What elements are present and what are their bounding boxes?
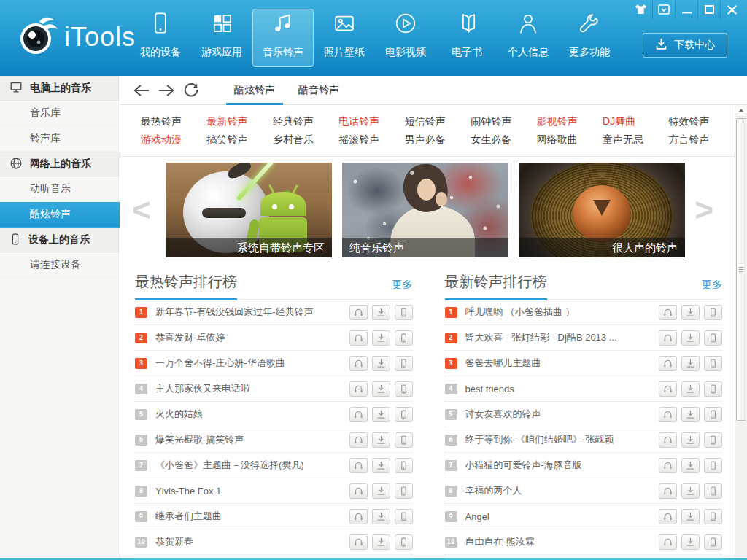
- listen-button[interactable]: [349, 305, 368, 320]
- forward-icon[interactable]: [154, 79, 179, 102]
- tab-cool-ringtones[interactable]: 酷炫铃声: [222, 76, 287, 105]
- category-link[interactable]: 方言铃声: [669, 133, 735, 147]
- sidebar-item-cool-ringtones[interactable]: 酷炫铃声: [0, 202, 120, 228]
- nav-ebook[interactable]: 电子书: [436, 9, 498, 67]
- download-button[interactable]: [681, 407, 700, 422]
- listen-button[interactable]: [659, 509, 677, 524]
- download-button[interactable]: [372, 381, 390, 397]
- download-button[interactable]: [372, 509, 390, 524]
- nav-more-features[interactable]: 更多功能: [559, 9, 620, 67]
- download-button[interactable]: [372, 330, 390, 346]
- minimize-icon[interactable]: [675, 0, 697, 19]
- listen-button[interactable]: [659, 407, 677, 422]
- listen-button[interactable]: [659, 458, 677, 473]
- import-to-device-button[interactable]: [395, 483, 413, 499]
- nav-photo-wallpaper[interactable]: 照片壁纸: [314, 9, 375, 67]
- import-to-device-button[interactable]: [704, 483, 722, 499]
- category-link[interactable]: 女生必备: [471, 133, 536, 147]
- import-to-device-button[interactable]: [704, 407, 722, 422]
- listen-button[interactable]: [659, 356, 677, 371]
- listen-button[interactable]: [659, 305, 677, 320]
- nav-my-device[interactable]: 我的设备: [130, 9, 191, 67]
- import-to-device-button[interactable]: [704, 534, 722, 550]
- tab-kuyin-ringtones[interactable]: 酷音铃声: [287, 76, 351, 105]
- carousel-next-icon[interactable]: >: [694, 194, 713, 226]
- nav-game-apps[interactable]: 游戏应用: [191, 9, 252, 67]
- category-link[interactable]: DJ舞曲: [603, 115, 668, 128]
- listen-button[interactable]: [349, 509, 368, 524]
- import-to-device-button[interactable]: [704, 432, 722, 448]
- download-button[interactable]: [681, 432, 700, 448]
- category-link[interactable]: 摇滚铃声: [338, 133, 404, 147]
- download-button[interactable]: [372, 534, 390, 550]
- listen-button[interactable]: [349, 483, 368, 499]
- nav-personal-info[interactable]: 个人信息: [498, 9, 559, 67]
- back-icon[interactable]: [129, 79, 154, 102]
- nav-movies-video[interactable]: 电影视频: [375, 9, 436, 67]
- import-to-device-button[interactable]: [704, 305, 722, 320]
- download-button[interactable]: [372, 356, 390, 371]
- banner-pure-music[interactable]: 纯音乐铃声: [342, 163, 508, 257]
- sidebar-item-ringtone-library[interactable]: 铃声库: [0, 126, 120, 152]
- nav-music-ringtones[interactable]: 音乐铃声: [252, 9, 314, 67]
- close-icon[interactable]: [720, 0, 743, 19]
- download-button[interactable]: [681, 509, 700, 524]
- refresh-icon[interactable]: [179, 79, 204, 102]
- listen-button[interactable]: [659, 483, 677, 499]
- category-link[interactable]: 最热铃声: [141, 115, 206, 128]
- listen-button[interactable]: [349, 381, 368, 397]
- more-link[interactable]: 更多: [702, 279, 722, 299]
- download-button[interactable]: [681, 483, 700, 499]
- import-to-device-button[interactable]: [395, 509, 413, 524]
- import-to-device-button[interactable]: [704, 381, 722, 397]
- listen-button[interactable]: [659, 330, 677, 346]
- vertical-scrollbar[interactable]: [735, 105, 747, 558]
- listen-button[interactable]: [659, 381, 677, 397]
- category-link[interactable]: 短信铃声: [405, 115, 471, 128]
- listen-button[interactable]: [349, 356, 368, 371]
- category-link[interactable]: 乡村音乐: [273, 133, 338, 147]
- download-button[interactable]: [372, 483, 390, 499]
- download-button[interactable]: [681, 534, 700, 550]
- sidebar-item-dongting-music[interactable]: 动听音乐: [0, 176, 120, 202]
- more-link[interactable]: 更多: [392, 279, 413, 299]
- listen-button[interactable]: [659, 534, 677, 550]
- category-link[interactable]: 最新铃声: [206, 115, 272, 128]
- import-to-device-button[interactable]: [395, 381, 413, 397]
- listen-button[interactable]: [349, 432, 368, 448]
- category-link[interactable]: 男声必备: [405, 133, 471, 147]
- import-to-device-button[interactable]: [395, 305, 413, 320]
- import-to-device-button[interactable]: [704, 509, 722, 524]
- category-link[interactable]: 经典铃声: [273, 115, 338, 128]
- category-link[interactable]: 游戏动漫: [141, 133, 206, 147]
- download-button[interactable]: [681, 356, 700, 371]
- listen-button[interactable]: [349, 407, 368, 422]
- category-link[interactable]: 影视铃声: [537, 115, 603, 128]
- scroll-up-icon[interactable]: [735, 105, 747, 117]
- import-to-device-button[interactable]: [704, 356, 722, 371]
- download-button[interactable]: [681, 330, 700, 346]
- download-button[interactable]: [372, 305, 390, 320]
- skin-icon[interactable]: [630, 0, 652, 19]
- menu-icon[interactable]: [652, 0, 675, 19]
- download-center-button[interactable]: 下载中心: [643, 33, 727, 58]
- import-to-device-button[interactable]: [395, 356, 413, 371]
- listen-button[interactable]: [659, 432, 677, 448]
- import-to-device-button[interactable]: [395, 432, 413, 448]
- carousel-prev-icon[interactable]: <: [132, 194, 151, 226]
- category-link[interactable]: 网络歌曲: [537, 133, 603, 147]
- sidebar-item-music-library[interactable]: 音乐库: [0, 101, 120, 126]
- import-to-device-button[interactable]: [704, 458, 722, 473]
- import-to-device-button[interactable]: [704, 330, 722, 346]
- download-button[interactable]: [681, 458, 700, 473]
- maximize-icon[interactable]: [697, 0, 720, 19]
- banner-system-ringtones[interactable]: 系统自带铃声专区: [166, 163, 332, 257]
- category-link[interactable]: 童声无忌: [603, 133, 668, 147]
- listen-button[interactable]: [349, 458, 368, 473]
- download-button[interactable]: [372, 458, 390, 473]
- category-link[interactable]: 特效铃声: [669, 115, 735, 128]
- scrollbar-thumb[interactable]: [736, 118, 746, 421]
- listen-button[interactable]: [349, 534, 368, 550]
- download-button[interactable]: [372, 432, 390, 448]
- download-button[interactable]: [681, 305, 700, 320]
